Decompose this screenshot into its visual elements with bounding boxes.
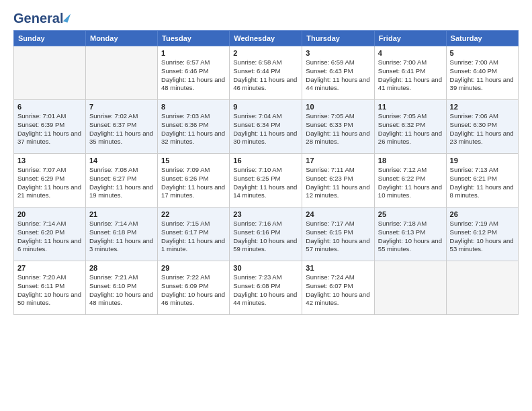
day-number: 8 — [161, 103, 226, 111]
weekday-header-wednesday: Wednesday — [230, 31, 302, 46]
calendar-cell: 2Sunrise: 6:58 AMSunset: 6:44 PMDaylight… — [230, 46, 302, 100]
calendar-cell: 8Sunrise: 7:03 AMSunset: 6:36 PMDaylight… — [158, 100, 230, 154]
calendar-cell — [85, 46, 157, 100]
calendar-cell: 24Sunrise: 7:17 AMSunset: 6:15 PMDayligh… — [302, 208, 375, 261]
calendar-cell: 1Sunrise: 6:57 AMSunset: 6:46 PMDaylight… — [158, 46, 230, 100]
day-number: 6 — [17, 103, 82, 111]
day-number: 30 — [233, 264, 298, 272]
day-info: Sunrise: 7:08 AMSunset: 6:27 PMDaylight:… — [89, 166, 154, 200]
logo-general: General — [13, 11, 63, 26]
calendar-cell: 29Sunrise: 7:22 AMSunset: 6:09 PMDayligh… — [158, 261, 230, 315]
day-number: 9 — [233, 103, 298, 111]
calendar-cell: 19Sunrise: 7:13 AMSunset: 6:21 PMDayligh… — [446, 154, 518, 208]
calendar-week-2: 6Sunrise: 7:01 AMSunset: 6:39 PMDaylight… — [14, 100, 519, 154]
day-info: Sunrise: 7:24 AMSunset: 6:07 PMDaylight:… — [306, 273, 371, 308]
day-number: 17 — [306, 156, 371, 165]
weekday-header-monday: Monday — [85, 31, 157, 46]
day-info: Sunrise: 6:58 AMSunset: 6:44 PMDaylight:… — [233, 58, 298, 93]
day-info: Sunrise: 6:57 AMSunset: 6:46 PMDaylight:… — [161, 58, 226, 93]
calendar-cell: 13Sunrise: 7:07 AMSunset: 6:29 PMDayligh… — [14, 154, 86, 208]
day-number: 20 — [17, 210, 82, 218]
day-number: 28 — [89, 264, 154, 272]
calendar-cell: 3Sunrise: 6:59 AMSunset: 6:43 PMDaylight… — [302, 46, 375, 100]
day-info: Sunrise: 7:14 AMSunset: 6:18 PMDaylight:… — [89, 220, 154, 254]
calendar-cell: 20Sunrise: 7:14 AMSunset: 6:20 PMDayligh… — [14, 208, 86, 261]
day-info: Sunrise: 7:16 AMSunset: 6:16 PMDaylight:… — [233, 220, 298, 254]
calendar-week-1: 1Sunrise: 6:57 AMSunset: 6:46 PMDaylight… — [14, 46, 519, 100]
logo-icon — [63, 12, 71, 23]
calendar-cell: 26Sunrise: 7:19 AMSunset: 6:12 PMDayligh… — [446, 208, 518, 261]
day-number: 16 — [233, 156, 298, 165]
day-number: 5 — [450, 49, 515, 57]
calendar-cell: 23Sunrise: 7:16 AMSunset: 6:16 PMDayligh… — [230, 208, 302, 261]
calendar-week-4: 20Sunrise: 7:14 AMSunset: 6:20 PMDayligh… — [14, 208, 519, 261]
day-info: Sunrise: 7:10 AMSunset: 6:25 PMDaylight:… — [233, 166, 298, 200]
header: General — [13, 11, 519, 24]
calendar-cell: 9Sunrise: 7:04 AMSunset: 6:34 PMDaylight… — [230, 100, 302, 154]
day-info: Sunrise: 7:06 AMSunset: 6:30 PMDaylight:… — [450, 112, 515, 146]
calendar-cell: 18Sunrise: 7:12 AMSunset: 6:22 PMDayligh… — [374, 154, 446, 208]
day-info: Sunrise: 7:18 AMSunset: 6:13 PMDaylight:… — [378, 220, 443, 254]
calendar-cell: 15Sunrise: 7:09 AMSunset: 6:26 PMDayligh… — [158, 154, 230, 208]
calendar-cell: 6Sunrise: 7:01 AMSunset: 6:39 PMDaylight… — [14, 100, 86, 154]
day-info: Sunrise: 7:11 AMSunset: 6:23 PMDaylight:… — [306, 166, 371, 200]
day-info: Sunrise: 6:59 AMSunset: 6:43 PMDaylight:… — [306, 58, 371, 93]
day-number: 19 — [450, 156, 515, 165]
day-info: Sunrise: 7:20 AMSunset: 6:11 PMDaylight:… — [17, 273, 82, 308]
calendar-cell: 27Sunrise: 7:20 AMSunset: 6:11 PMDayligh… — [14, 261, 86, 315]
weekday-header-thursday: Thursday — [302, 31, 375, 46]
day-info: Sunrise: 7:17 AMSunset: 6:15 PMDaylight:… — [306, 220, 371, 254]
calendar-cell: 31Sunrise: 7:24 AMSunset: 6:07 PMDayligh… — [302, 261, 375, 315]
day-number: 26 — [450, 210, 515, 218]
day-number: 4 — [378, 49, 443, 57]
calendar-cell: 5Sunrise: 7:00 AMSunset: 6:40 PMDaylight… — [446, 46, 518, 100]
calendar-cell — [374, 261, 446, 315]
calendar-cell: 16Sunrise: 7:10 AMSunset: 6:25 PMDayligh… — [230, 154, 302, 208]
day-number: 31 — [306, 264, 371, 272]
day-info: Sunrise: 7:09 AMSunset: 6:26 PMDaylight:… — [161, 166, 226, 200]
day-info: Sunrise: 7:19 AMSunset: 6:12 PMDaylight:… — [450, 220, 515, 254]
day-number: 12 — [450, 103, 515, 111]
day-info: Sunrise: 7:05 AMSunset: 6:32 PMDaylight:… — [378, 112, 443, 146]
day-info: Sunrise: 7:13 AMSunset: 6:21 PMDaylight:… — [450, 166, 515, 200]
calendar-week-5: 27Sunrise: 7:20 AMSunset: 6:11 PMDayligh… — [14, 261, 519, 315]
day-number: 27 — [17, 264, 82, 272]
weekday-header-friday: Friday — [374, 31, 446, 46]
calendar-cell — [446, 261, 518, 315]
calendar-table: SundayMondayTuesdayWednesdayThursdayFrid… — [13, 30, 519, 315]
calendar-cell: 7Sunrise: 7:02 AMSunset: 6:37 PMDaylight… — [85, 100, 157, 154]
calendar-cell: 4Sunrise: 7:00 AMSunset: 6:41 PMDaylight… — [374, 46, 446, 100]
logo: General — [13, 11, 69, 24]
day-number: 10 — [306, 103, 371, 111]
day-info: Sunrise: 7:21 AMSunset: 6:10 PMDaylight:… — [89, 273, 154, 308]
day-number: 18 — [378, 156, 443, 165]
day-info: Sunrise: 7:14 AMSunset: 6:20 PMDaylight:… — [17, 220, 82, 254]
day-info: Sunrise: 7:07 AMSunset: 6:29 PMDaylight:… — [17, 166, 82, 200]
calendar-cell: 28Sunrise: 7:21 AMSunset: 6:10 PMDayligh… — [85, 261, 157, 315]
calendar-cell — [14, 46, 86, 100]
calendar-cell: 30Sunrise: 7:23 AMSunset: 6:08 PMDayligh… — [230, 261, 302, 315]
day-info: Sunrise: 7:01 AMSunset: 6:39 PMDaylight:… — [17, 112, 82, 146]
day-number: 14 — [89, 156, 154, 165]
day-info: Sunrise: 7:12 AMSunset: 6:22 PMDaylight:… — [378, 166, 443, 200]
calendar-cell: 21Sunrise: 7:14 AMSunset: 6:18 PMDayligh… — [85, 208, 157, 261]
calendar-cell: 12Sunrise: 7:06 AMSunset: 6:30 PMDayligh… — [446, 100, 518, 154]
calendar-cell: 25Sunrise: 7:18 AMSunset: 6:13 PMDayligh… — [374, 208, 446, 261]
day-number: 1 — [161, 49, 226, 57]
day-info: Sunrise: 7:04 AMSunset: 6:34 PMDaylight:… — [233, 112, 298, 146]
day-number: 21 — [89, 210, 154, 218]
calendar-cell: 11Sunrise: 7:05 AMSunset: 6:32 PMDayligh… — [374, 100, 446, 154]
calendar-week-3: 13Sunrise: 7:07 AMSunset: 6:29 PMDayligh… — [14, 154, 519, 208]
day-number: 13 — [17, 156, 82, 165]
weekday-header-sunday: Sunday — [14, 31, 86, 46]
calendar-cell: 14Sunrise: 7:08 AMSunset: 6:27 PMDayligh… — [85, 154, 157, 208]
weekday-header-saturday: Saturday — [446, 31, 518, 46]
day-number: 23 — [233, 210, 298, 218]
day-number: 2 — [233, 49, 298, 57]
day-number: 22 — [161, 210, 226, 218]
day-info: Sunrise: 7:00 AMSunset: 6:41 PMDaylight:… — [378, 58, 443, 93]
day-number: 29 — [161, 264, 226, 272]
calendar-cell: 10Sunrise: 7:05 AMSunset: 6:33 PMDayligh… — [302, 100, 375, 154]
day-info: Sunrise: 7:03 AMSunset: 6:36 PMDaylight:… — [161, 112, 226, 146]
day-info: Sunrise: 7:15 AMSunset: 6:17 PMDaylight:… — [161, 220, 226, 254]
